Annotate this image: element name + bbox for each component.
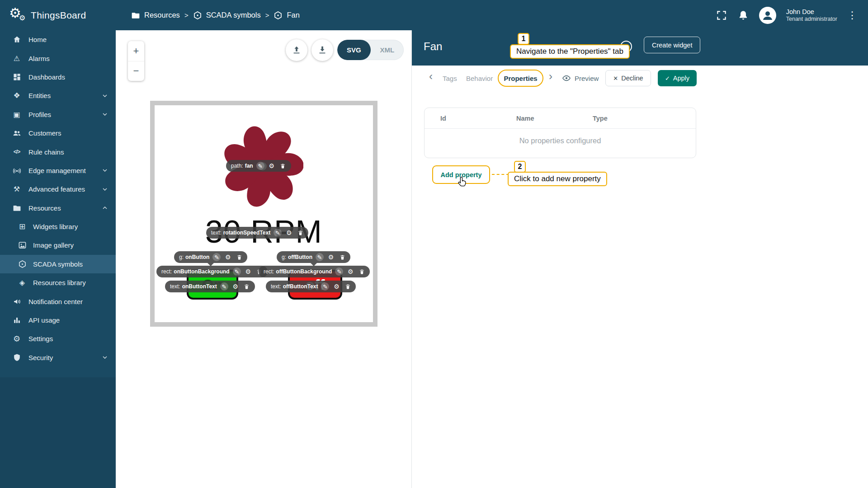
tag-chip-on-button[interactable]: g: onButton [174,251,247,263]
sidebar-item-widgets-library[interactable]: Widgets library [0,217,116,236]
sidebar-item-label: Image gallery [33,241,74,249]
sidebar-item-advanced-features[interactable]: Advanced features [0,180,116,198]
sidebar-item-rule-chains[interactable]: Rule chains [0,142,116,161]
delete-trash-icon[interactable] [296,229,304,237]
sidebar-item-customers[interactable]: Customers [0,124,116,142]
eye-icon [562,74,571,83]
tag-settings-gear-icon[interactable] [285,229,293,237]
edit-pencil-icon[interactable] [256,162,264,170]
column-id: Id [440,115,516,122]
annotation-ring-properties: Properties [498,70,543,87]
delete-trash-icon[interactable] [243,282,251,291]
apply-button[interactable]: Apply [658,70,697,86]
tag-chip-fan[interactable]: path: fan [226,160,291,172]
sidebar-item-scada-symbols[interactable]: SCADA symbols [0,255,116,273]
apply-label: Apply [673,75,689,82]
create-widget-button[interactable]: Create widget [644,37,700,53]
sidebar-item-resources-library[interactable]: Resources library [0,273,116,292]
sidebar-item-alarms[interactable]: Alarms [0,49,116,67]
tag-settings-gear-icon[interactable] [332,282,340,291]
edge-management-icon [11,166,22,175]
sidebar-item-edge-management[interactable]: Edge management [0,161,116,180]
svg-drawing-frame: 30 RPM On off path: fan text: rotationSp… [150,101,377,327]
user-name: John Doe [786,8,837,16]
avatar[interactable] [759,7,776,24]
delete-trash-icon[interactable] [338,253,346,261]
shield-icon [11,353,22,362]
tag-settings-gear-icon[interactable] [268,162,276,170]
breadcrumb-fan[interactable]: Fan [274,11,299,20]
tag-name: offButton [288,254,312,260]
upload-button[interactable] [286,39,307,61]
tag-settings-gear-icon[interactable] [244,267,252,276]
sidebar-item-profiles[interactable]: Profiles [0,105,116,124]
sidebar-item-api-usage[interactable]: API usage [0,311,116,329]
tab-properties[interactable]: Properties [504,75,537,82]
delete-trash-icon[interactable] [279,162,287,170]
delete-trash-icon[interactable] [235,253,243,261]
sidebar-item-label: Customers [28,129,61,137]
app-title: ThingsBoard [31,10,86,21]
preview-button[interactable]: Preview [562,74,599,83]
tag-settings-gear-icon[interactable] [327,253,335,261]
edit-pencil-icon[interactable] [316,253,324,261]
tab-behavior[interactable]: Behavior [466,75,493,82]
tag-settings-gear-icon[interactable] [231,282,240,291]
sidebar-item-label: Resources library [33,279,86,286]
sidebar-item-notification-center[interactable]: Notification center [0,292,116,310]
gear-icon [11,334,22,344]
customers-icon [11,129,22,137]
sidebar-item-settings[interactable]: Settings [0,329,116,348]
entities-icon [11,91,22,100]
symbol-details-panel: Fan ? Create widget Tags Behavior Proper… [412,30,868,488]
svg-tab[interactable]: SVG [337,40,371,60]
delete-trash-icon[interactable] [358,267,366,276]
tag-chip-off-button[interactable]: g: offButton [277,251,350,263]
zoom-in-button[interactable]: + [128,41,144,61]
breadcrumb-resources[interactable]: Resources [131,11,180,20]
tag-settings-gear-icon[interactable] [224,253,232,261]
sidebar-item-home[interactable]: Home [0,30,116,49]
tag-type: path: [231,163,243,169]
decline-button[interactable]: Decline [605,70,651,86]
fullscreen-icon[interactable] [716,9,727,21]
edit-pencil-icon[interactable] [274,229,282,237]
delete-trash-icon[interactable] [344,282,352,291]
tag-chip-on-button-text[interactable]: text: onButtonText [165,281,255,292]
sidebar-item-entities[interactable]: Entities [0,86,116,105]
zoom-out-button[interactable]: − [128,61,144,81]
breadcrumb-scada-symbols[interactable]: SCADA symbols [193,11,261,20]
tag-chip-off-button-text[interactable]: text: offButtonText [266,281,356,292]
sidebar-item-resources[interactable]: Resources [0,199,116,217]
edit-pencil-icon[interactable] [321,282,329,291]
tag-type: text: [271,283,281,290]
breadcrumb: Resources SCADA symbols Fan [131,11,300,20]
thingsboard-logo-icon [8,6,26,24]
breadcrumb-label: SCADA symbols [206,11,261,19]
check-icon [665,75,670,82]
edit-pencil-icon[interactable] [212,253,221,261]
sidebar-item-label: Profiles [28,111,51,118]
app-logo[interactable]: ThingsBoard [0,0,116,30]
xml-tab[interactable]: XML [371,40,404,60]
sidebar-item-label: Resources [28,204,61,212]
sidebar-item-image-gallery[interactable]: Image gallery [0,236,116,254]
alarm-icon [11,54,22,63]
download-button[interactable] [311,39,333,61]
column-type: Type [593,115,608,122]
kebab-menu-icon[interactable] [847,9,857,21]
scada-symbol-icon [274,11,283,20]
tabs-scroll-left-icon[interactable] [429,73,433,82]
tag-chip-off-button-background[interactable]: rect: offButtonBackground [259,266,370,277]
edit-pencil-icon[interactable] [233,267,241,276]
tab-tags[interactable]: Tags [443,75,457,82]
sidebar-item-security[interactable]: Security [0,348,116,367]
notifications-bell-icon[interactable] [737,9,749,21]
tabs-scroll-right-icon[interactable] [549,73,552,82]
edit-pencil-icon[interactable] [220,282,228,291]
sidebar-item-dashboards[interactable]: Dashboards [0,68,116,86]
tag-settings-gear-icon[interactable] [346,267,354,276]
tag-chip-rotation-speed-text[interactable]: text: rotationSpeedText [206,227,308,239]
edit-pencil-icon[interactable] [335,267,343,276]
tag-chip-on-button-background[interactable]: rect: onButtonBackground [156,266,268,277]
